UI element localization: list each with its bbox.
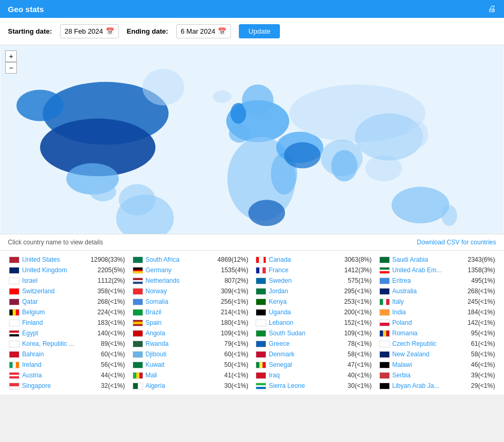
country-name-link[interactable]: Iraq: [269, 372, 345, 379]
country-stat: 245(<1%): [468, 298, 495, 305]
zoom-in-button[interactable]: +: [5, 50, 17, 62]
country-name-link[interactable]: Bahrain: [22, 351, 98, 358]
stats-bar: Click country name to view details Downl…: [0, 234, 504, 251]
country-name-link[interactable]: Saudi Arabia: [392, 256, 465, 263]
country-name-link[interactable]: Israel: [22, 277, 95, 284]
country-row: Malawi46(<1%): [378, 359, 497, 370]
country-name-link[interactable]: United Kingdom: [22, 266, 95, 274]
country-name-link[interactable]: United States: [22, 256, 88, 263]
country-row: New Zealand58(<1%): [378, 349, 497, 359]
country-name-link[interactable]: Brazil: [146, 309, 218, 316]
country-grid: United States12908(33%)United Kingdom220…: [0, 251, 504, 395]
country-name-link[interactable]: Greece: [269, 340, 345, 347]
country-name-link[interactable]: Somalia: [146, 298, 218, 305]
country-stat: 807(2%): [225, 277, 248, 284]
country-name-link[interactable]: Belgium: [22, 309, 95, 316]
country-name-link[interactable]: Finland: [22, 319, 95, 326]
country-row: Senegal47(<1%): [255, 359, 373, 370]
country-name-link[interactable]: Rwanda: [146, 340, 222, 347]
country-name-link[interactable]: Angola: [146, 330, 218, 337]
country-name-link[interactable]: Djibouti: [146, 351, 222, 358]
country-stat: 214(<1%): [221, 309, 248, 316]
country-name-link[interactable]: Australia: [392, 287, 465, 295]
country-name-link[interactable]: New Zealand: [392, 351, 469, 358]
country-name-link[interactable]: Lebanon: [269, 319, 341, 326]
country-name-link[interactable]: Jordan: [269, 287, 341, 295]
starting-date-input[interactable]: 28 Feb 2024 📅: [60, 24, 119, 38]
country-name-link[interactable]: Ireland: [22, 361, 98, 368]
country-col-2: Canada3063(8%)France1412(3%)Sweden575(1%…: [252, 253, 376, 392]
country-row: India184(<1%): [378, 307, 497, 317]
country-name-link[interactable]: Sweden: [269, 277, 345, 284]
country-name-link[interactable]: Canada: [269, 256, 341, 263]
country-name-link[interactable]: Denmark: [269, 351, 345, 358]
country-name-link[interactable]: Czech Republic: [392, 340, 469, 347]
country-name-link[interactable]: Senegal: [269, 361, 345, 368]
country-name-link[interactable]: Austria: [22, 372, 98, 379]
country-stat: 58(<1%): [471, 351, 495, 358]
country-name-link[interactable]: Libyan Arab Ja...: [392, 382, 469, 389]
country-flag: [256, 299, 266, 305]
country-name-link[interactable]: Mali: [146, 372, 222, 379]
country-flag: [133, 330, 143, 337]
country-stat: 268(<1%): [97, 298, 125, 305]
app-header: Geo stats 🖨: [0, 0, 504, 18]
country-row: Italy245(<1%): [378, 296, 497, 307]
country-name-link[interactable]: United Arab Em...: [392, 266, 465, 274]
map-hint: Click country name to view details: [8, 239, 103, 246]
country-name-link[interactable]: Eritrea: [392, 277, 469, 284]
print-icon[interactable]: 🖨: [488, 4, 496, 14]
country-name-link[interactable]: Netherlands: [146, 277, 222, 284]
country-row: Mali41(<1%): [132, 370, 250, 381]
country-flag: [9, 330, 19, 337]
country-name-link[interactable]: Qatar: [22, 298, 95, 305]
country-name-link[interactable]: Uganda: [269, 309, 341, 316]
country-name-link[interactable]: South Africa: [146, 256, 215, 263]
country-stat: 109(<1%): [221, 330, 248, 337]
country-name-link[interactable]: Switzerland: [22, 287, 95, 295]
country-name-link[interactable]: Egypt: [22, 330, 95, 337]
country-name-link[interactable]: Romania: [392, 330, 469, 337]
country-stat: 58(<1%): [348, 351, 372, 358]
svg-point-20: [331, 150, 358, 181]
country-name-link[interactable]: Sierra Leone: [269, 382, 345, 389]
svg-point-14: [248, 200, 285, 226]
country-name-link[interactable]: Algeria: [146, 382, 222, 389]
country-name-link[interactable]: Germany: [146, 266, 218, 274]
country-stat: 152(<1%): [344, 319, 371, 326]
country-stat: 41(<1%): [224, 372, 248, 379]
country-row: Lebanon152(<1%): [255, 317, 373, 328]
country-name-link[interactable]: India: [392, 309, 465, 316]
country-stat: 61(<1%): [471, 340, 495, 347]
zoom-out-button[interactable]: −: [5, 62, 17, 74]
zoom-controls: + −: [5, 50, 17, 74]
country-name-link[interactable]: Italy: [392, 298, 465, 305]
country-name-link[interactable]: South Sudan: [269, 330, 341, 337]
country-flag: [133, 277, 143, 284]
update-button[interactable]: Update: [239, 24, 280, 38]
download-csv-link[interactable]: Download CSV for countries: [417, 239, 496, 246]
svg-point-3: [16, 90, 64, 121]
country-stat: 44(<1%): [101, 372, 125, 379]
svg-point-25: [441, 205, 457, 226]
country-name-link[interactable]: Singapore: [22, 382, 98, 389]
country-flag: [133, 372, 143, 379]
country-flag: [256, 372, 266, 379]
country-flag: [133, 309, 143, 316]
country-row: Rwanda79(<1%): [132, 338, 250, 349]
country-name-link[interactable]: Norway: [146, 287, 218, 295]
svg-point-12: [229, 124, 250, 143]
country-stat: 200(<1%): [344, 309, 371, 316]
ending-date-input[interactable]: 6 Mar 2024 📅: [176, 24, 231, 38]
country-name-link[interactable]: Kuwait: [146, 361, 222, 368]
country-name-link[interactable]: Malawi: [392, 361, 469, 368]
country-stat: 224(<1%): [97, 309, 125, 316]
country-name-link[interactable]: Serbia: [392, 372, 469, 379]
country-name-link[interactable]: Spain: [146, 319, 218, 326]
country-name-link[interactable]: Kenya: [269, 298, 341, 305]
country-row: Ireland56(<1%): [8, 359, 126, 370]
country-name-link[interactable]: France: [269, 266, 341, 274]
country-name-link[interactable]: Korea, Republic ...: [22, 340, 98, 347]
country-row: Kuwait50(<1%): [132, 359, 250, 370]
country-name-link[interactable]: Poland: [392, 319, 465, 326]
